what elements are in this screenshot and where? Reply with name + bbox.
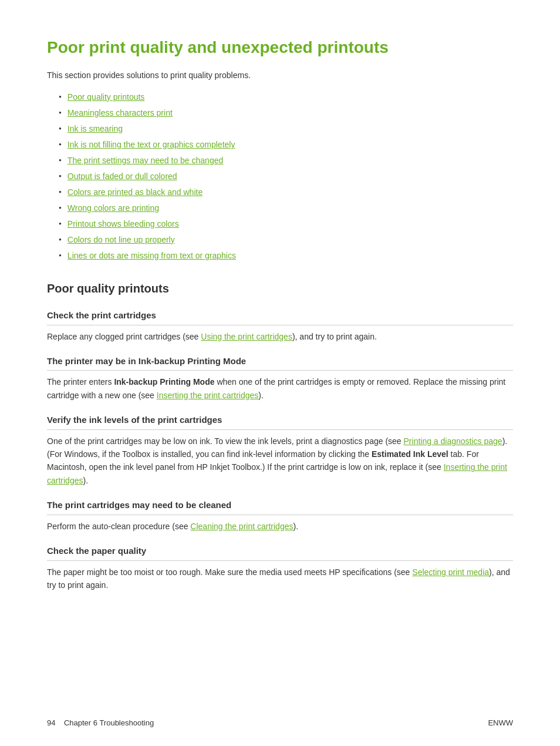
subsection-title-paper-quality: Check the paper quality bbox=[47, 545, 513, 561]
subsection-title-check-cartridges: Check the print cartridges bbox=[47, 309, 513, 325]
text-perform-autoclean: Perform the auto-clean procedure (see bbox=[47, 522, 190, 531]
subsection-clean-cartridges: The print cartridges may need to be clea… bbox=[47, 499, 513, 533]
subsection-verify-ink: Verify the ink levels of the print cartr… bbox=[47, 414, 513, 487]
list-item: Output is faded or dull colored bbox=[59, 170, 513, 183]
link-selecting-media[interactable]: Selecting print media bbox=[412, 567, 489, 577]
link-printing-diagnostics[interactable]: Printing a diagnostics page bbox=[404, 436, 502, 446]
bold-ink-backup: Ink-backup Printing Mode bbox=[114, 377, 214, 387]
list-item: The print settings may need to be change… bbox=[59, 154, 513, 167]
list-item: Wrong colors are printing bbox=[59, 202, 513, 214]
text-replace-clogged: Replace any clogged print cartridges (se… bbox=[47, 332, 201, 341]
poor-quality-title: Poor quality printouts bbox=[47, 280, 513, 297]
subsection-ink-backup: The printer may be in Ink-backup Printin… bbox=[47, 355, 513, 402]
subsection-content-paper-quality: The paper might be too moist or too roug… bbox=[47, 566, 513, 592]
list-item: Meaningless characters print bbox=[59, 107, 513, 119]
subsection-title-verify-ink: Verify the ink levels of the print cartr… bbox=[47, 414, 513, 430]
toc-link-lineup[interactable]: Colors do not line up properly bbox=[68, 234, 175, 246]
toc-link-bleeding[interactable]: Printout shows bleeding colors bbox=[68, 218, 179, 230]
bold-estimated-ink: Estimated Ink Level bbox=[372, 449, 448, 459]
subsection-title-clean-cartridges: The print cartridges may need to be clea… bbox=[47, 499, 513, 515]
text-paper-moist: The paper might be too moist or too roug… bbox=[47, 567, 412, 577]
page-title: Poor print quality and unexpected printo… bbox=[47, 35, 513, 60]
poor-quality-section: Poor quality printouts Check the print c… bbox=[47, 280, 513, 592]
list-item: Printout shows bleeding colors bbox=[59, 218, 513, 230]
subsection-content-clean-cartridges: Perform the auto-clean procedure (see Cl… bbox=[47, 520, 513, 533]
list-item: Poor quality printouts bbox=[59, 91, 513, 103]
text-period-1: ). bbox=[258, 391, 264, 400]
list-item: Colors do not line up properly bbox=[59, 234, 513, 246]
toc-list: Poor quality printouts Meaningless chara… bbox=[47, 91, 513, 262]
toc-link-faded[interactable]: Output is faded or dull colored bbox=[68, 170, 177, 183]
toc-link-bw[interactable]: Colors are printed as black and white bbox=[68, 186, 203, 199]
list-item: Colors are printed as black and white bbox=[59, 186, 513, 199]
toc-link-not-filling[interactable]: Ink is not filling the text or graphics … bbox=[68, 139, 235, 151]
toc-link-poor-quality[interactable]: Poor quality printouts bbox=[68, 91, 145, 103]
link-cleaning-cartridges[interactable]: Cleaning the print cartridges bbox=[190, 522, 293, 531]
intro-text: This section provides solutions to print… bbox=[47, 69, 513, 82]
link-using-cartridges[interactable]: Using the print cartridges bbox=[201, 332, 292, 341]
toc-link-settings[interactable]: The print settings may need to be change… bbox=[68, 154, 223, 167]
toc-link-lines-dots[interactable]: Lines or dots are missing from text or g… bbox=[68, 250, 236, 262]
text-period-2: ). bbox=[83, 476, 88, 485]
text-try-again-1: ), and try to print again. bbox=[292, 332, 377, 341]
toc-link-smearing[interactable]: Ink is smearing bbox=[68, 123, 123, 135]
subsection-content-check-cartridges: Replace any clogged print cartridges (se… bbox=[47, 330, 513, 343]
list-item: Lines or dots are missing from text or g… bbox=[59, 250, 513, 262]
text-printer-enters: The printer enters bbox=[47, 377, 114, 387]
text-period-3: ). bbox=[293, 522, 298, 531]
text-one-of-cartridges: One of the print cartridges may be low o… bbox=[47, 436, 404, 446]
subsection-content-verify-ink: One of the print cartridges may be low o… bbox=[47, 435, 513, 488]
link-inserting-cartridges-1[interactable]: Inserting the print cartridges bbox=[157, 391, 259, 400]
subsection-title-ink-backup: The printer may be in Ink-backup Printin… bbox=[47, 355, 513, 371]
toc-link-wrong-colors[interactable]: Wrong colors are printing bbox=[68, 202, 159, 214]
subsection-paper-quality: Check the paper quality The paper might … bbox=[47, 545, 513, 592]
subsection-check-cartridges: Check the print cartridges Replace any c… bbox=[47, 309, 513, 343]
list-item: Ink is smearing bbox=[59, 123, 513, 135]
subsection-content-ink-backup: The printer enters Ink-backup Printing M… bbox=[47, 375, 513, 402]
toc-link-meaningless[interactable]: Meaningless characters print bbox=[68, 107, 173, 119]
list-item: Ink is not filling the text or graphics … bbox=[59, 139, 513, 151]
